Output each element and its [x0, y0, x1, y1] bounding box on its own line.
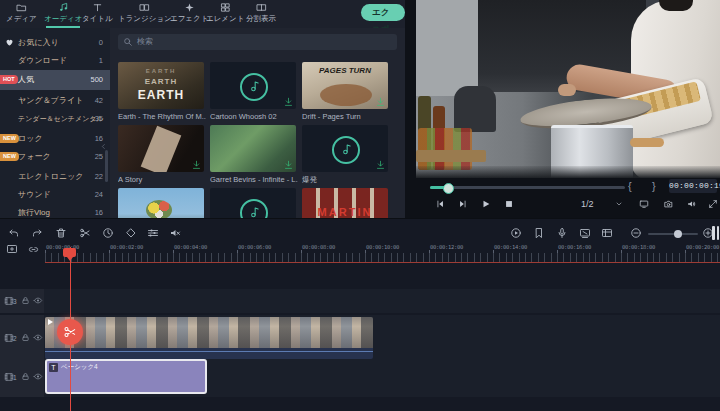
scene-cutting-board: [416, 150, 486, 162]
record-voiceover-button[interactable]: [556, 227, 568, 239]
hot-badge: HOT: [0, 75, 18, 84]
previous-frame-button[interactable]: [435, 199, 445, 209]
sidebar-item-favorites[interactable]: お気に入り 0: [0, 34, 110, 52]
track-3-header: 3: [0, 289, 44, 313]
stop-button[interactable]: [504, 199, 514, 209]
media-item-title: A Story: [118, 175, 206, 184]
mirror-display-icon[interactable]: [638, 199, 650, 209]
snapshot-icon[interactable]: [663, 199, 674, 209]
track-number: 2: [13, 335, 17, 342]
sidebar-item-rock[interactable]: NEW ロック 16: [0, 130, 110, 148]
play-button[interactable]: [481, 199, 491, 209]
sidebar-count: 42: [95, 92, 103, 110]
sidebar-label: ダウンロード: [18, 52, 67, 70]
split-button[interactable]: [79, 227, 91, 239]
media-item-title: 爆発: [302, 175, 390, 185]
tab-titles[interactable]: タイトル: [82, 2, 113, 28]
mark-out-button[interactable]: }: [652, 180, 656, 192]
keyframe-button[interactable]: [125, 227, 137, 239]
media-item-a-story[interactable]: [118, 125, 204, 172]
media-item-audio-3[interactable]: [210, 188, 296, 218]
visibility-icon[interactable]: [33, 296, 43, 305]
playback-quality-value[interactable]: 1/2: [581, 199, 594, 209]
timeline-zoom-out-button[interactable]: [630, 227, 642, 239]
split-cursor-scissors-icon[interactable]: [57, 319, 83, 345]
tab-split-view[interactable]: 分割表示: [246, 2, 276, 28]
sidebar-item-young-bright[interactable]: ヤング＆ブライト 42: [0, 92, 110, 110]
thumb-photo-shape: [320, 84, 372, 106]
video-clip-audio-waveform: [45, 348, 373, 359]
tab-audio[interactable]: オーディオ: [44, 2, 82, 28]
track-number: 1: [13, 374, 17, 381]
storyboard-view-button[interactable]: [601, 227, 613, 239]
media-item-sign[interactable]: MARTIN: [302, 188, 388, 218]
mark-in-button[interactable]: {: [628, 180, 632, 192]
search-input[interactable]: 検索: [118, 34, 397, 50]
sidebar-item-popular[interactable]: HOT 人気 500: [0, 70, 110, 90]
search-placeholder: 検索: [137, 34, 153, 50]
lock-icon[interactable]: [21, 372, 30, 381]
download-icon[interactable]: [192, 160, 201, 170]
render-preview-button[interactable]: [510, 227, 522, 239]
track-3[interactable]: 3: [0, 289, 720, 313]
download-icon[interactable]: [376, 160, 385, 170]
sidebar-count: 24: [95, 186, 103, 204]
download-icon[interactable]: [284, 97, 293, 107]
adjust-button[interactable]: [147, 227, 159, 239]
sidebar-scrollbar[interactable]: [105, 150, 108, 182]
playback-seekbar[interactable]: [430, 186, 625, 189]
screen-record-button[interactable]: [579, 227, 591, 239]
thumb-text: EARTH: [118, 68, 204, 74]
sidebar-item-folk[interactable]: NEW フォーク 25: [0, 148, 110, 166]
tab-label: エフェクト: [170, 14, 208, 24]
undo-button[interactable]: [8, 227, 20, 239]
elements-icon: [220, 2, 231, 13]
volume-icon[interactable]: [686, 199, 697, 209]
media-item-cartoon-whoosh[interactable]: [210, 62, 296, 109]
tab-label: トランジション: [118, 14, 172, 24]
fullscreen-icon[interactable]: [708, 199, 718, 209]
audio-note-icon: [240, 199, 268, 219]
lock-icon[interactable]: [21, 296, 30, 305]
playhead-handle[interactable]: [63, 248, 76, 257]
top-tab-bar: メディア オーディオ タイトル トランジション エフェクト エレメント 分割表示…: [0, 0, 405, 28]
sidebar-item-tender[interactable]: テンダー＆センチメンタル 35: [0, 110, 110, 128]
tab-effects[interactable]: エフェクト: [170, 2, 208, 28]
tab-label: メディア: [6, 14, 37, 24]
tab-elements[interactable]: エレメント: [206, 2, 244, 28]
visibility-icon[interactable]: [33, 333, 43, 342]
sidebar-item-download[interactable]: ダウンロード 1: [0, 52, 110, 70]
sidebar-label: エレクトロニック: [18, 168, 84, 186]
track-number: 3: [13, 298, 17, 305]
marker-button[interactable]: [533, 227, 545, 239]
timeline-zoom-slider[interactable]: [648, 233, 698, 235]
tab-transitions[interactable]: トランジション: [118, 2, 172, 28]
tab-media[interactable]: メディア: [6, 2, 37, 28]
sidebar-label: ヤング＆ブライト: [18, 92, 83, 110]
new-badge: NEW: [0, 152, 19, 161]
delete-button[interactable]: [55, 227, 67, 239]
speed-button[interactable]: [102, 227, 114, 239]
sidebar-item-sound[interactable]: サウンド 24: [0, 186, 110, 204]
quality-dropdown-icon[interactable]: [615, 199, 623, 209]
download-icon[interactable]: [376, 97, 385, 107]
download-icon[interactable]: [284, 160, 293, 170]
media-item-drift[interactable]: PAGES TURN: [302, 62, 388, 109]
seekbar-handle[interactable]: [443, 183, 454, 194]
detach-audio-button[interactable]: [169, 227, 181, 239]
sidebar-item-electronic[interactable]: エレクトロニック 22: [0, 168, 110, 186]
media-item-earth[interactable]: EARTH EARTH EARTH: [118, 62, 204, 109]
video-clip[interactable]: [45, 317, 373, 359]
lock-icon[interactable]: [21, 333, 30, 342]
media-item-garret-bevins[interactable]: [210, 125, 296, 172]
filmora-window: メディア オーディオ タイトル トランジション エフェクト エレメント 分割表示…: [0, 0, 720, 411]
visibility-icon[interactable]: [33, 372, 43, 381]
export-button[interactable]: エクスポート: [361, 4, 405, 21]
redo-button[interactable]: [31, 227, 43, 239]
media-item-explosion[interactable]: [302, 125, 388, 172]
timeline-zoom-handle[interactable]: [674, 230, 682, 238]
thumb-text: MARTIN: [302, 206, 388, 218]
sidebar-label: フォーク: [18, 148, 51, 166]
next-frame-button[interactable]: [458, 199, 468, 209]
media-item-flowers[interactable]: [118, 188, 204, 218]
